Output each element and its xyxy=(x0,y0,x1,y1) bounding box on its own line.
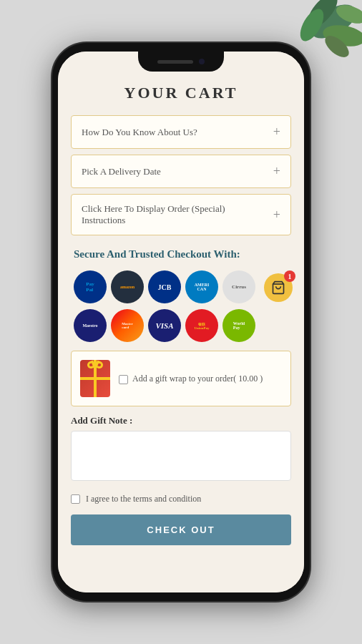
svg-point-2 xyxy=(303,0,343,32)
accordion-plus-delivery: + xyxy=(273,164,280,179)
svg-point-3 xyxy=(334,1,362,27)
accordion-item-know-about-us[interactable]: How Do You Know About Us? + xyxy=(71,115,291,149)
cart-badge-count: 1 xyxy=(284,270,295,282)
gift-wrap-section: Add a gift wrap to your order( 10.00 ) xyxy=(71,351,291,406)
payment-unionpay: 银联UnionPay xyxy=(185,309,218,342)
secure-title: Secure And Trusted Checkout With: xyxy=(74,247,288,262)
accordion-plus-know: + xyxy=(273,125,280,140)
svg-point-5 xyxy=(321,31,352,61)
payment-amex: AMERICAN xyxy=(185,270,218,303)
payment-visa: VISA xyxy=(148,309,181,342)
terms-label: I agree to the terms and condition xyxy=(86,494,201,504)
terms-row: I agree to the terms and condition xyxy=(71,494,291,504)
accordion-container: How Do You Know About Us? + Pick A Deliv… xyxy=(71,115,291,235)
payment-row-2: Maestro Mastercard VISA 银联UnionPay World xyxy=(74,309,288,342)
phone-notch xyxy=(138,52,224,72)
payment-cirrus: Cirrus xyxy=(222,270,255,303)
payment-jcb: JCB xyxy=(148,270,181,303)
accordion-label-know: How Do You Know About Us? xyxy=(82,127,197,138)
screen-content: YOUR CART How Do You Know About Us? + Pi… xyxy=(58,52,304,592)
gift-note-label: Add Gift Note : xyxy=(71,415,291,426)
terms-checkbox[interactable] xyxy=(71,494,80,504)
cart-badge[interactable]: 1 xyxy=(264,273,293,302)
secure-section: Secure And Trusted Checkout With: PayPal… xyxy=(71,247,291,342)
svg-point-1 xyxy=(321,22,362,49)
gift-wrap-checkbox[interactable] xyxy=(119,375,128,384)
payment-row-1: PayPal amazon JCB AMERICAN Cirrus xyxy=(74,270,288,303)
gift-checkbox-area: Add a gift wrap to your order( 10.00 ) xyxy=(119,374,282,384)
accordion-plus-special: + xyxy=(273,208,280,223)
gift-note-textarea[interactable] xyxy=(71,431,291,481)
payment-amazon: amazon xyxy=(111,270,144,303)
gift-image xyxy=(80,360,110,397)
payment-paypal: PayPal xyxy=(74,270,107,303)
phone-frame: 1 YOUR CART How Do You Know About Us? + xyxy=(52,43,310,601)
notch-speaker xyxy=(157,60,193,64)
accordion-item-special-instructions[interactable]: Click Here To Display Order (Special)Ins… xyxy=(71,194,291,235)
payment-worldpay: WorldPay xyxy=(222,309,255,342)
phone-screen: 1 YOUR CART How Do You Know About Us? + xyxy=(58,52,304,592)
svg-point-4 xyxy=(295,5,328,44)
payment-mastercard: Mastercard xyxy=(111,309,144,342)
accordion-label-delivery: Pick A Delivery Date xyxy=(82,166,161,177)
notch-camera xyxy=(199,59,205,64)
checkout-button[interactable]: CHECK OUT xyxy=(71,514,291,545)
payment-maestro: Maestro xyxy=(74,309,107,342)
accordion-item-delivery-date[interactable]: Pick A Delivery Date + xyxy=(71,155,291,188)
svg-point-0 xyxy=(305,0,362,45)
page-title: YOUR CART xyxy=(71,84,291,102)
accordion-label-special: Click Here To Display Order (Special)Ins… xyxy=(82,203,225,226)
gift-note-section: Add Gift Note : xyxy=(71,415,291,484)
gift-wrap-label[interactable]: Add a gift wrap to your order( 10.00 ) xyxy=(132,374,263,384)
